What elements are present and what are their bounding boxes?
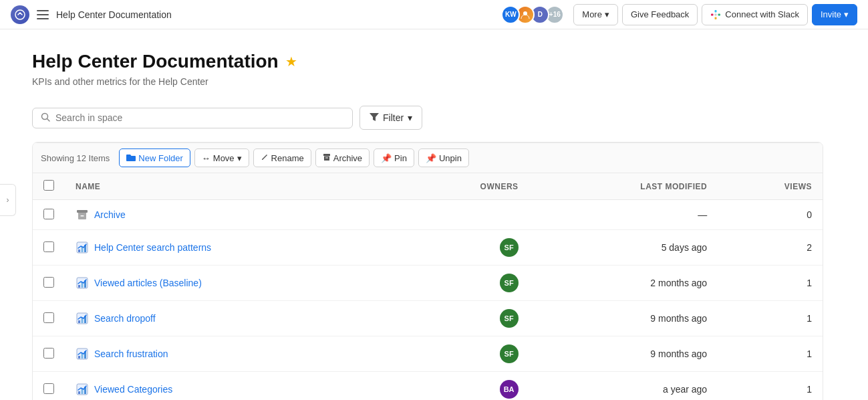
chevron-right-icon: ›: [7, 195, 9, 205]
col-owners: OWNERS: [402, 173, 529, 200]
views-cell: 0: [718, 200, 823, 230]
item-icon: [76, 241, 89, 254]
item-name-cell: Search frustration: [65, 336, 402, 372]
item-icon: [76, 276, 89, 290]
svg-rect-22: [78, 285, 80, 288]
svg-rect-18: [78, 249, 80, 252]
svg-rect-30: [78, 356, 80, 359]
svg-rect-2: [37, 14, 49, 15]
last-modified-cell: 9 months ago: [529, 301, 718, 336]
col-name: NAME: [65, 173, 402, 200]
last-modified-cell: 2 months ago: [529, 266, 718, 301]
col-views: VIEWS: [718, 173, 823, 200]
connect-slack-button[interactable]: Connect with Slack: [702, 4, 808, 25]
item-label[interactable]: Search frustration: [94, 348, 168, 359]
item-name-cell: Archive: [65, 200, 402, 230]
items-table: NAME OWNERS LAST MODIFIED VIEWS Archi: [33, 173, 823, 400]
last-modified-cell: a year ago: [529, 372, 718, 401]
svg-rect-5: [711, 13, 714, 15]
archive-toolbar-button[interactable]: Archive: [315, 148, 370, 167]
table-row: Help Center search patterns SF 5 days ag…: [33, 230, 823, 266]
move-button[interactable]: ↔ Move ▾: [194, 148, 249, 167]
table-row: Viewed Categories BA a year ago 1: [33, 372, 823, 401]
owner-cell: SF: [402, 336, 529, 372]
table-header-row: NAME OWNERS LAST MODIFIED VIEWS: [33, 173, 823, 200]
svg-rect-26: [78, 320, 80, 323]
showing-count: Showing 12 Items: [41, 153, 110, 163]
filter-button[interactable]: Filter ▾: [359, 106, 422, 130]
give-feedback-button[interactable]: Give Feedback: [622, 4, 698, 25]
page-title-row: Help Center Documentation ★: [32, 51, 823, 72]
filter-icon: [370, 112, 379, 123]
move-icon: ↔: [202, 153, 210, 163]
item-icon: [76, 383, 89, 396]
search-box: [32, 108, 353, 128]
move-chevron-icon: ▾: [237, 153, 242, 163]
nav-title: Help Center Documentation: [56, 9, 172, 20]
owner-cell: BA: [402, 372, 529, 401]
more-button[interactable]: More ▾: [573, 4, 618, 25]
search-input[interactable]: [55, 112, 344, 123]
item-name-cell: Viewed Categories: [65, 372, 402, 401]
views-cell: 2: [718, 230, 823, 266]
item-label[interactable]: Search dropoff: [94, 313, 156, 324]
toolbar: Showing 12 Items New Folder ↔ Move ▾: [33, 142, 823, 173]
nav-actions: KW D +16 More ▾ Give Feedback: [501, 4, 857, 25]
svg-rect-1: [37, 10, 49, 11]
svg-rect-9: [715, 13, 717, 15]
pin-button[interactable]: 📌 Pin: [374, 148, 414, 167]
invite-button[interactable]: Invite ▾: [812, 4, 857, 25]
item-icon: [76, 208, 89, 221]
main-content: Help Center Documentation ★ KPIs and oth…: [0, 29, 855, 400]
item-label[interactable]: Viewed articles (Baseline): [94, 278, 202, 288]
item-label[interactable]: Help Center search patterns: [94, 242, 211, 253]
rename-button[interactable]: Rename: [253, 148, 311, 167]
item-name-cell: Help Center search patterns: [65, 230, 402, 266]
row-checkbox[interactable]: [43, 209, 54, 219]
svg-marker-12: [370, 113, 379, 121]
avatar-kw: KW: [501, 5, 520, 24]
last-modified-cell: 9 months ago: [529, 336, 718, 372]
new-folder-button[interactable]: New Folder: [119, 148, 190, 167]
top-nav: Help Center Documentation KW D +16 More …: [0, 0, 868, 29]
avatar-group: KW D +16: [501, 5, 564, 24]
svg-point-0: [15, 10, 25, 19]
item-label[interactable]: Archive: [94, 209, 126, 220]
svg-rect-34: [78, 391, 80, 394]
row-checkbox[interactable]: [43, 383, 54, 394]
row-checkbox[interactable]: [43, 348, 54, 359]
row-checkbox[interactable]: [43, 241, 54, 252]
views-cell: 1: [718, 336, 823, 372]
archive-icon: [323, 153, 331, 163]
table-row: Viewed articles (Baseline) SF 2 months a…: [33, 266, 823, 301]
last-modified-cell: —: [529, 200, 718, 230]
slack-icon: [710, 9, 721, 20]
unpin-icon: 📌: [426, 153, 436, 163]
new-folder-icon: [126, 153, 136, 163]
nav-icon[interactable]: [35, 7, 51, 23]
page-title: Help Center Documentation: [32, 51, 279, 72]
views-cell: 1: [718, 266, 823, 301]
svg-rect-15: [77, 210, 88, 213]
unpin-button[interactable]: 📌 Unpin: [418, 148, 469, 167]
svg-rect-13: [323, 154, 330, 156]
owner-cell: SF: [402, 301, 529, 336]
col-last-modified: LAST MODIFIED: [529, 173, 718, 200]
svg-rect-3: [37, 18, 49, 19]
rename-icon: [261, 153, 269, 163]
owner-cell: SF: [402, 230, 529, 266]
views-cell: 1: [718, 372, 823, 401]
row-checkbox[interactable]: [43, 277, 54, 288]
owner-cell: SF: [402, 266, 529, 301]
sidebar-toggle[interactable]: ›: [0, 184, 16, 216]
svg-rect-6: [715, 10, 717, 13]
table-container: Showing 12 Items New Folder ↔ Move ▾: [32, 142, 823, 400]
item-label[interactable]: Viewed Categories: [94, 384, 172, 395]
star-icon[interactable]: ★: [285, 54, 297, 70]
item-icon: [76, 347, 89, 361]
app-logo[interactable]: [11, 5, 29, 24]
item-name-cell: Search dropoff: [65, 301, 402, 336]
row-checkbox[interactable]: [43, 312, 54, 323]
select-all-checkbox[interactable]: [43, 180, 54, 191]
svg-rect-14: [325, 157, 328, 158]
